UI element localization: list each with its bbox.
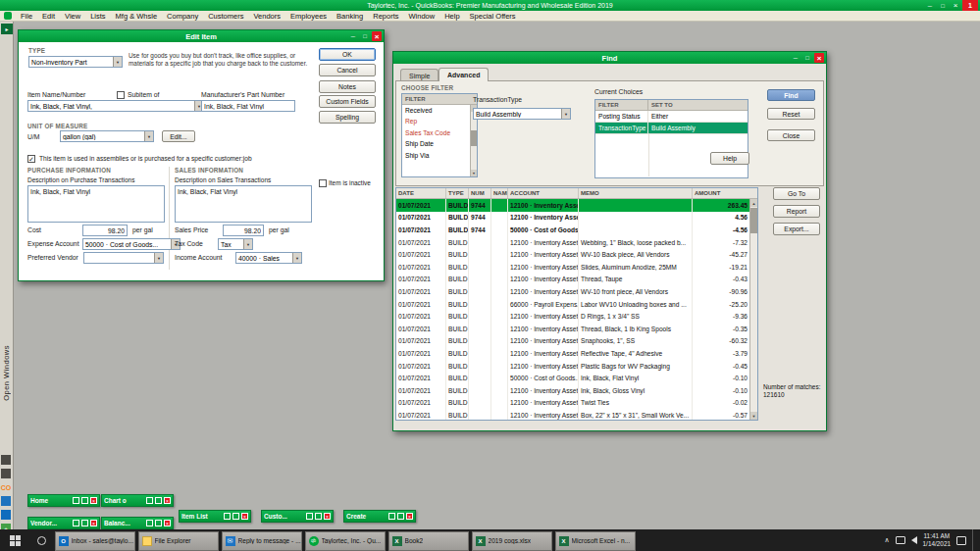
results-column-header[interactable]: ACCOUNT xyxy=(508,188,579,198)
maximize-icon[interactable] xyxy=(155,497,162,504)
current-choice-row[interactable]: TransactionType Build Assembly xyxy=(595,123,748,134)
item-name-field[interactable]: Ink, Black, Flat Vinyl, xyxy=(27,100,204,112)
desktop-icon[interactable] xyxy=(1,510,11,520)
restore-icon[interactable] xyxy=(73,520,79,526)
result-row[interactable]: 01/07/2021 BUILD 50000 · Cost of Goods..… xyxy=(396,372,749,384)
sales-desc-textarea[interactable]: Ink, Black, Flat Vinyl xyxy=(175,185,312,223)
uom-edit-button[interactable]: Edit... xyxy=(162,130,195,142)
tab-advanced[interactable]: Advanced xyxy=(438,68,489,81)
filter-list-item[interactable]: Ship Date xyxy=(402,139,477,151)
close-icon[interactable] xyxy=(164,497,171,504)
show-desktop-button[interactable] xyxy=(972,529,976,551)
restore-icon[interactable] xyxy=(224,513,231,520)
results-column-header[interactable]: NUM xyxy=(469,188,491,198)
result-row[interactable]: 01/07/2021 BUILD 12100 · Inventory Asset… xyxy=(396,335,749,348)
results-scrollbar[interactable] xyxy=(749,199,757,420)
minimized-window-bar[interactable]: Custo... xyxy=(261,510,334,523)
menu-item[interactable]: Customers xyxy=(203,12,248,21)
maximize-icon[interactable] xyxy=(81,520,88,526)
menu-item[interactable]: View xyxy=(60,12,85,21)
result-row[interactable]: 01/07/2021 BUILD 12100 · Inventory Asset… xyxy=(396,248,749,261)
mpn-field[interactable] xyxy=(201,100,295,112)
close-icon[interactable] xyxy=(324,513,331,520)
app-close-button[interactable] xyxy=(951,1,960,10)
filter-list-item[interactable]: Sales Tax Code xyxy=(402,127,477,139)
result-row[interactable]: 01/07/2021 BUILD 12100 · Inventory Asset… xyxy=(396,236,749,249)
cost-field[interactable] xyxy=(82,225,128,236)
menu-item[interactable]: Edit xyxy=(37,12,60,21)
close-icon[interactable] xyxy=(164,520,171,526)
desktop-icon[interactable] xyxy=(1,455,11,465)
result-row[interactable]: 01/07/2021 BUILD 12100 · Inventory Asset… xyxy=(396,409,749,420)
filter-list-item[interactable]: Rep xyxy=(402,117,477,128)
close-button[interactable]: Close xyxy=(767,129,815,141)
maximize-icon[interactable] xyxy=(802,53,812,63)
results-column-header[interactable]: AMOUNT xyxy=(693,188,749,198)
minimized-window-bar[interactable]: Chart o xyxy=(101,494,174,507)
result-row[interactable]: 01/07/2021 BUILD 12100 · Inventory Asset… xyxy=(396,347,749,360)
transaction-type-dropdown[interactable]: Build Assembly xyxy=(473,108,571,120)
menu-item[interactable]: Reports xyxy=(368,12,403,21)
spelling-button[interactable]: Spelling xyxy=(319,111,376,124)
notes-button[interactable]: Notes xyxy=(319,80,376,93)
result-row[interactable]: 01/07/2021 BUILD 9744 50000 · Cost of Go… xyxy=(396,224,749,236)
taskbar-app-button[interactable]: Inbox - sales@taylo... xyxy=(55,531,135,551)
taskbar-clock[interactable]: 11:41 AM 1/14/2021 xyxy=(923,532,951,549)
close-icon[interactable] xyxy=(406,513,413,520)
item-type-dropdown[interactable]: Non-inventory Part xyxy=(28,56,123,68)
close-icon[interactable] xyxy=(90,497,97,504)
purchase-desc-textarea[interactable]: Ink, Black, Flat Vinyl xyxy=(27,185,165,223)
scroll-down-icon[interactable] xyxy=(750,412,757,420)
result-row[interactable]: 01/07/2021 BUILD 12100 · Inventory Asset… xyxy=(396,323,749,335)
result-row[interactable]: 01/07/2021 BUILD 9744 12100 · Inventory … xyxy=(396,199,749,212)
result-row[interactable]: 01/07/2021 BUILD 9744 12100 · Inventory … xyxy=(396,212,749,225)
tax-code-dropdown[interactable]: Tax xyxy=(218,238,253,250)
restore-icon[interactable] xyxy=(73,497,79,504)
custom-fields-button[interactable]: Custom Fields xyxy=(319,95,376,108)
menu-item[interactable]: Vendors xyxy=(248,12,285,21)
item-inactive-checkbox[interactable] xyxy=(319,179,327,187)
restore-icon[interactable] xyxy=(146,520,153,526)
menu-item[interactable]: Lists xyxy=(85,12,110,21)
maximize-icon[interactable] xyxy=(360,31,370,41)
menu-item[interactable]: Help xyxy=(439,12,464,21)
preferred-vendor-dropdown[interactable] xyxy=(83,252,164,264)
results-column-header[interactable]: NAME xyxy=(491,188,508,198)
close-icon[interactable] xyxy=(90,520,97,526)
go-to-button[interactable]: Go To xyxy=(773,187,820,200)
search-button[interactable] xyxy=(29,529,53,551)
desktop-icon[interactable]: CO xyxy=(1,482,11,492)
desktop-icon[interactable] xyxy=(1,496,11,506)
scroll-thumb[interactable] xyxy=(750,208,757,233)
collapse-panel-icon[interactable] xyxy=(1,24,13,34)
close-icon[interactable] xyxy=(241,513,248,520)
volume-icon[interactable] xyxy=(911,536,917,544)
minimized-window-bar[interactable]: Item List xyxy=(179,510,251,523)
restore-icon[interactable] xyxy=(306,513,313,520)
income-account-dropdown[interactable]: 40000 · Sales xyxy=(235,252,302,264)
scroll-up-icon[interactable] xyxy=(750,199,757,207)
app-minimize-button[interactable] xyxy=(925,1,935,10)
maximize-icon[interactable] xyxy=(397,513,404,520)
close-icon[interactable] xyxy=(372,31,382,41)
results-column-header[interactable]: TYPE xyxy=(446,188,469,198)
taskbar-app-button[interactable]: Reply to message - ... xyxy=(222,531,302,551)
sales-price-field[interactable] xyxy=(223,225,264,236)
tray-expand-icon[interactable]: ∧ xyxy=(884,536,889,544)
taskbar-app-button[interactable]: Taylortec, Inc. - Qu... xyxy=(305,531,386,551)
results-column-header[interactable]: MEMO xyxy=(579,188,693,198)
minimized-window-bar[interactable]: Create xyxy=(343,510,416,523)
minimize-icon[interactable] xyxy=(791,53,800,63)
filter-list-item[interactable]: Ship Via xyxy=(402,150,477,162)
cancel-button[interactable]: Cancel xyxy=(319,64,376,76)
find-button[interactable]: Find xyxy=(767,89,815,101)
current-choice-row[interactable]: Posting Status Either xyxy=(595,111,748,123)
filter-list-item[interactable]: Received xyxy=(402,105,477,117)
uom-dropdown[interactable]: gallon (gal) xyxy=(60,130,154,142)
maximize-icon[interactable] xyxy=(315,513,322,520)
find-titlebar[interactable]: Find xyxy=(393,52,826,64)
minimized-window-bar[interactable]: Balanc... xyxy=(101,517,174,529)
used-in-assemblies-checkbox[interactable] xyxy=(27,155,35,163)
minimized-window-bar[interactable]: Home xyxy=(27,494,100,507)
scroll-thumb[interactable] xyxy=(471,130,477,146)
